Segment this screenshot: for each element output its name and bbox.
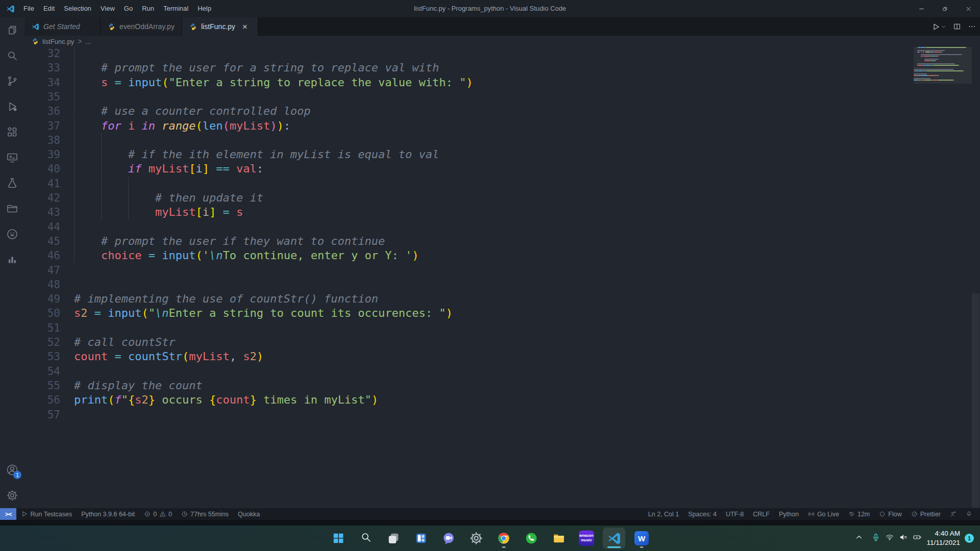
status-cursor-position[interactable]: Ln 2, Col 1 (644, 508, 683, 520)
code-line-51[interactable]: 51 (0, 321, 980, 335)
taskbar-file-explorer[interactable] (548, 528, 570, 549)
code-line-50[interactable]: 50s2 = input("\nEnter a string to count … (0, 306, 980, 320)
tab-get-started[interactable]: Get Started (24, 17, 101, 36)
tray-microphone[interactable] (871, 533, 880, 544)
taskbar-vscode[interactable] (603, 528, 625, 549)
code-line-46[interactable]: 46 choice = input('\nTo continue, enter … (0, 248, 980, 263)
status-flow[interactable]: Flow (874, 508, 906, 520)
code-line-35[interactable]: 35 (0, 90, 980, 104)
taskbar-amazon-music[interactable]: amazonmusic (575, 528, 598, 549)
close-button[interactable] (957, 0, 980, 17)
code-line-37[interactable]: 37 for i in range(len(myList)): (0, 119, 980, 133)
tray-wifi[interactable] (885, 533, 894, 544)
code-line-32[interactable]: 32 (0, 46, 980, 61)
status-feedback[interactable] (945, 508, 961, 520)
status-session-time[interactable]: 12m (844, 508, 874, 520)
code-token: To continue, enter y or Y: ' (223, 249, 412, 262)
code-line-57[interactable]: 57 (0, 408, 980, 422)
editor[interactable]: 3233 # prompt the user for a string to r… (0, 46, 980, 508)
tray-volume-mute[interactable] (899, 533, 908, 544)
close-icon[interactable]: × (242, 22, 248, 31)
status-problems[interactable]: 00 (139, 508, 177, 520)
status-encoding[interactable]: UTF-8 (721, 508, 748, 520)
activity-accounts[interactable]: 1 (0, 457, 24, 483)
code-line-47[interactable]: 47 (0, 263, 980, 278)
split-editor[interactable] (953, 22, 961, 31)
status-go-live[interactable]: Go Live (803, 508, 844, 520)
restore-button[interactable] (933, 0, 957, 17)
code-line-36[interactable]: 36 # use a counter controlled loop (0, 104, 980, 118)
activity-explorer[interactable] (0, 17, 24, 43)
tray-battery[interactable] (913, 533, 922, 544)
status-indentation[interactable]: Spaces: 4 (683, 508, 721, 520)
remote-indicator[interactable]: >< (0, 508, 16, 520)
code-line-48[interactable]: 48 (0, 278, 980, 292)
run-python-file[interactable] (932, 22, 940, 31)
breadcrumb-file[interactable]: listFunc.py (42, 38, 74, 45)
activity-source-control[interactable] (0, 68, 24, 94)
taskbar-widgets[interactable] (410, 528, 432, 549)
taskbar-chrome[interactable] (493, 528, 515, 549)
code-line-40[interactable]: 40 if myList[i] == val: (0, 162, 980, 176)
taskbar-start[interactable] (327, 528, 350, 549)
minimap-slider[interactable] (914, 44, 972, 84)
status-prettier[interactable]: Prettier (906, 508, 945, 520)
code-line-44[interactable]: 44 (0, 220, 980, 234)
notification-badge[interactable]: 1 (965, 534, 974, 543)
menu-selection[interactable]: Selection (59, 0, 95, 17)
status-language-mode[interactable]: Python (774, 508, 803, 520)
code-line-42[interactable]: 42 # then update it (0, 191, 980, 205)
taskbar-chat[interactable] (437, 528, 460, 549)
code-line-39[interactable]: 39 # if the ith element in myList is equ… (0, 147, 980, 162)
status-notifications[interactable] (961, 508, 977, 520)
activity-paw-view[interactable] (0, 221, 24, 247)
menu-help[interactable]: Help (193, 0, 216, 17)
menu-terminal[interactable]: Terminal (159, 0, 193, 17)
minimize-button[interactable] (910, 0, 933, 17)
tab-listfunc-py[interactable]: listFunc.py× (182, 17, 258, 36)
activity-manage[interactable] (0, 483, 24, 508)
tray-chevron-up[interactable] (854, 533, 864, 544)
code-line-34[interactable]: 34 s = input("Enter a string to replace … (0, 76, 980, 90)
taskbar-search[interactable] (355, 528, 377, 549)
run-dropdown[interactable] (941, 24, 946, 30)
status-run-testcases[interactable]: Run Testcases (16, 508, 77, 520)
taskbar-task-view[interactable] (382, 528, 405, 549)
menu-file[interactable]: File (19, 0, 39, 17)
activity-run-and-debug[interactable] (0, 94, 24, 119)
more-actions[interactable] (968, 22, 976, 31)
code-line-55[interactable]: 55# display the count (0, 379, 980, 393)
breadcrumb[interactable]: listFunc.py > ... (24, 36, 980, 47)
taskbar-whatsapp[interactable] (520, 528, 543, 549)
menu-edit[interactable]: Edit (39, 0, 59, 17)
taskbar-settings[interactable] (465, 528, 487, 549)
status-coding-time[interactable]: 77hrs 55mins (177, 508, 233, 520)
activity-stats-view[interactable] (0, 247, 24, 272)
code-line-54[interactable]: 54 (0, 364, 980, 379)
status-python-version[interactable]: Python 3.9.6 64-bit (77, 508, 139, 520)
code-line-45[interactable]: 45 # prompt the user if they want to con… (0, 234, 980, 248)
status-eol[interactable]: CRLF (748, 508, 774, 520)
status-quokka[interactable]: Quokka (233, 508, 264, 520)
code-line-33[interactable]: 33 # prompt the user for a string to rep… (0, 61, 980, 75)
activity-remote-explorer[interactable] (0, 145, 24, 170)
code-line-38[interactable]: 38 (0, 133, 980, 147)
activity-testing[interactable] (0, 170, 24, 196)
code-line-53[interactable]: 53count = countStr(myList, s2) (0, 349, 980, 364)
code-line-52[interactable]: 52# call countStr (0, 335, 980, 349)
code-line-41[interactable]: 41 (0, 177, 980, 191)
breadcrumb-more[interactable]: ... (85, 38, 91, 45)
menu-go[interactable]: Go (119, 0, 137, 17)
activity-folder-view[interactable] (0, 196, 24, 221)
taskbar-clock[interactable]: 4:40 AM11/11/2021 (926, 529, 960, 547)
scrollbar[interactable] (972, 293, 979, 508)
code-line-56[interactable]: 56print(f"{s2} occurs {count} times in m… (0, 393, 980, 407)
menu-view[interactable]: View (96, 0, 119, 17)
activity-search[interactable] (0, 43, 24, 68)
code-line-43[interactable]: 43 myList[i] = s (0, 205, 980, 219)
menu-run[interactable]: Run (137, 0, 159, 17)
taskbar-word[interactable]: W (630, 528, 653, 549)
activity-extensions[interactable] (0, 119, 24, 145)
tab-evenoddarray-py[interactable]: evenOddArray.py (101, 17, 182, 36)
code-line-49[interactable]: 49# implementing the use of countStr() f… (0, 292, 980, 306)
